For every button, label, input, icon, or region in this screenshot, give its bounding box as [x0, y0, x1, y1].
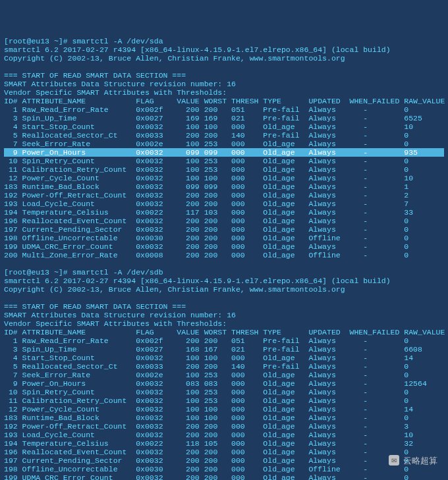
- table-header: ID# ATTRIBUTE_NAME FLAG VALUE WORST THRE…: [4, 97, 444, 105]
- table-row[interactable]: 200 Multi_Zone_Error_Rate 0x0008 200 200…: [4, 251, 444, 259]
- table-row[interactable]: 4 Start_Stop_Count 0x0032 100 100 000 Ol…: [4, 354, 444, 362]
- vendor-line: Vendor Specific SMART Attributes with Th…: [4, 319, 444, 328]
- terminal-output[interactable]: [root@eu13 ~]# smartctl -A /dev/sdasmart…: [4, 37, 444, 480]
- table-row[interactable]: 197 Current_Pending_Sector 0x0032 200 20…: [4, 456, 444, 465]
- version-line: smartctl 6.2 2017-02-27 r4394 [x86_64-li…: [4, 45, 444, 54]
- table-row[interactable]: 193 Load_Cycle_Count 0x0032 200 200 000 …: [4, 200, 444, 208]
- blank-line: [4, 294, 444, 302]
- revision-line: SMART Attributes Data Structure revision…: [4, 311, 444, 319]
- table-row[interactable]: 5 Reallocated_Sector_Ct 0x0033 200 200 1…: [4, 362, 444, 371]
- table-row[interactable]: 7 Seek_Error_Rate 0x002e 100 253 000 Old…: [4, 140, 444, 148]
- table-row[interactable]: 198 Offline_Uncorrectable 0x0030 200 200…: [4, 465, 444, 473]
- table-row[interactable]: 3 Spin_Up_Time 0x0027 169 169 021 Pre-fa…: [4, 114, 444, 122]
- table-row[interactable]: 183 Runtime_Bad_Block 0x0032 100 100 000…: [4, 413, 444, 422]
- section-start: === START OF READ SMART DATA SECTION ===: [4, 71, 444, 80]
- blank-line: [4, 63, 444, 71]
- table-row[interactable]: 192 Power-Off_Retract_Count 0x0032 200 2…: [4, 422, 444, 431]
- table-row[interactable]: 11 Calibration_Retry_Count 0x0032 100 25…: [4, 396, 444, 405]
- table-row[interactable]: 1 Raw_Read_Error_Rate 0x002f 200 200 051…: [4, 336, 444, 345]
- table-row[interactable]: 9 Power_On_Hours 0x0032 099 099 000 Old_…: [4, 148, 444, 157]
- table-row[interactable]: 12 Power_Cycle_Count 0x0032 100 100 000 …: [4, 174, 444, 182]
- table-row[interactable]: 197 Current_Pending_Sector 0x0032 200 20…: [4, 225, 444, 234]
- table-row[interactable]: 11 Calibration_Retry_Count 0x0032 100 25…: [4, 165, 444, 174]
- watermark: ✉ 云略超算: [389, 455, 437, 466]
- table-row[interactable]: 193 Load_Cycle_Count 0x0032 200 200 000 …: [4, 431, 444, 439]
- table-row[interactable]: 183 Runtime_Bad_Block 0x0032 099 099 000…: [4, 182, 444, 191]
- table-row[interactable]: 199 UDMA_CRC_Error_Count 0x0032 200 200 …: [4, 242, 444, 251]
- table-row[interactable]: 3 Spin_Up_Time 0x0027 168 167 021 Pre-fa…: [4, 345, 444, 354]
- blank-line: [4, 259, 444, 268]
- section-start: === START OF READ SMART DATA SECTION ===: [4, 302, 444, 311]
- vendor-line: Vendor Specific SMART Attributes with Th…: [4, 88, 444, 97]
- copyright-line: Copyright (C) 2002-13, Bruce Allen, Chri…: [4, 54, 444, 63]
- table-row[interactable]: 196 Reallocated_Event_Count 0x0032 200 2…: [4, 217, 444, 225]
- table-row[interactable]: 192 Power-Off_Retract_Count 0x0032 200 2…: [4, 191, 444, 200]
- table-row[interactable]: 10 Spin_Retry_Count 0x0032 100 253 000 O…: [4, 157, 444, 165]
- table-row[interactable]: 7 Seek_Error_Rate 0x002e 100 253 000 Old…: [4, 371, 444, 379]
- table-row[interactable]: 199 UDMA_CRC_Error_Count 0x0032 200 200 …: [4, 473, 444, 480]
- table-row[interactable]: 1 Raw_Read_Error_Rate 0x002f 200 200 051…: [4, 105, 444, 114]
- table-header: ID# ATTRIBUTE_NAME FLAG VALUE WORST THRE…: [4, 328, 444, 336]
- table-row[interactable]: 12 Power_Cycle_Count 0x0032 100 100 000 …: [4, 405, 444, 413]
- prompt-line[interactable]: [root@eu13 ~]# smartctl -A /dev/sdb: [4, 268, 444, 277]
- table-row[interactable]: 10 Spin_Retry_Count 0x0032 100 253 000 O…: [4, 388, 444, 396]
- table-row[interactable]: 5 Reallocated_Sector_Ct 0x0033 200 200 1…: [4, 131, 444, 140]
- wechat-icon: ✉: [389, 455, 399, 466]
- prompt-line[interactable]: [root@eu13 ~]# smartctl -A /dev/sda: [4, 37, 444, 45]
- copyright-line: Copyright (C) 2002-13, Bruce Allen, Chri…: [4, 285, 444, 294]
- table-row[interactable]: 198 Offline_Uncorrectable 0x0030 200 200…: [4, 234, 444, 242]
- table-row[interactable]: 194 Temperature_Celsius 0x0022 118 105 0…: [4, 439, 444, 448]
- version-line: smartctl 6.2 2017-02-27 r4394 [x86_64-li…: [4, 277, 444, 285]
- revision-line: SMART Attributes Data Structure revision…: [4, 80, 444, 88]
- table-row[interactable]: 196 Reallocated_Event_Count 0x0032 200 2…: [4, 448, 444, 456]
- watermark-text: 云略超算: [403, 456, 437, 465]
- table-row[interactable]: 9 Power_On_Hours 0x0032 083 083 000 Old_…: [4, 379, 444, 388]
- table-row[interactable]: 4 Start_Stop_Count 0x0032 100 100 000 Ol…: [4, 122, 444, 131]
- table-row[interactable]: 194 Temperature_Celsius 0x0022 117 103 0…: [4, 208, 444, 217]
